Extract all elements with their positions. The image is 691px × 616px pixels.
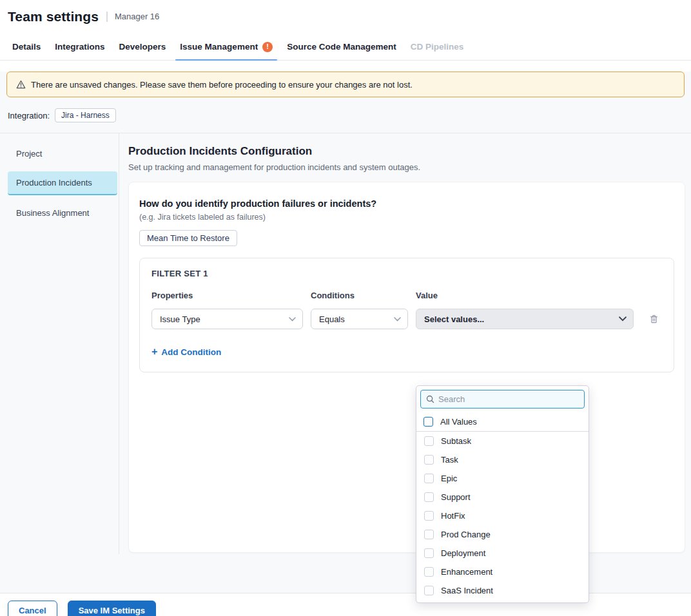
option-label: All Values xyxy=(440,417,477,427)
plus-icon: + xyxy=(151,347,157,357)
property-select-value: Issue Type xyxy=(160,314,200,324)
option-label: Deployment xyxy=(441,548,485,558)
search-icon xyxy=(426,395,434,403)
chevron-down-icon xyxy=(394,317,401,322)
metric-chip-mean-time-to-restore[interactable]: Mean Time to Restore xyxy=(139,230,237,246)
team-name: Manager 16 xyxy=(106,12,159,22)
option-customer-notification[interactable]: Customer Notification xyxy=(416,600,589,603)
option-label: SaaS Incident xyxy=(441,586,493,595)
main-panel: Production Incidents Configuration Set u… xyxy=(119,133,691,554)
add-condition-label: Add Condition xyxy=(161,347,221,357)
settings-sidebar: Project Production Incidents Business Al… xyxy=(0,133,119,554)
question-hint: (e.g. Jira tickets labeled as failures) xyxy=(139,213,674,222)
option-label: Epic xyxy=(441,474,457,483)
value-multiselect-trigger[interactable]: Select values... xyxy=(416,309,634,329)
option-label: Prod Change xyxy=(441,530,491,539)
checkbox[interactable] xyxy=(424,492,434,502)
option-subtask[interactable]: Subtask xyxy=(416,432,589,450)
tab-label: Integrations xyxy=(55,42,104,52)
content-area: There are unsaved changes. Please save t… xyxy=(0,72,691,593)
option-prod-change[interactable]: Prod Change xyxy=(416,525,589,544)
unsaved-warning-badge-icon: ! xyxy=(262,42,273,52)
search-input[interactable] xyxy=(438,394,579,404)
tab-label: CD Pipelines xyxy=(411,42,464,52)
column-header-conditions: Conditions xyxy=(311,291,416,300)
column-header-properties: Properties xyxy=(151,291,311,300)
option-deployment[interactable]: Deployment xyxy=(416,544,589,563)
delete-filter-button[interactable] xyxy=(647,312,661,326)
cancel-button[interactable]: Cancel xyxy=(8,601,57,616)
integration-row: Integration: Jira - Harness xyxy=(8,107,691,124)
checkbox[interactable] xyxy=(424,474,434,483)
option-label: HotFix xyxy=(441,511,465,521)
option-support[interactable]: Support xyxy=(416,488,589,506)
tab-developers[interactable]: Developers xyxy=(112,34,173,60)
option-epic[interactable]: Epic xyxy=(416,469,589,488)
condition-select[interactable]: Equals xyxy=(311,309,408,329)
option-saas-incident[interactable]: SaaS Incident xyxy=(416,581,589,600)
checkbox[interactable] xyxy=(424,511,434,521)
add-condition-button[interactable]: + Add Condition xyxy=(151,347,221,357)
sidebar-item-business-alignment[interactable]: Business Alignment xyxy=(8,202,117,224)
sidebar-item-production-incidents[interactable]: Production Incidents xyxy=(8,171,117,195)
tab-cd-pipelines: CD Pipelines xyxy=(404,34,471,60)
page-header: Team settings Manager 16 xyxy=(0,0,691,34)
incidents-config-card: How do you identify production failures … xyxy=(128,182,685,553)
option-label: Enhancement xyxy=(441,567,492,577)
filter-column-headers: Properties Conditions Value xyxy=(151,291,662,300)
checkbox[interactable] xyxy=(424,548,434,558)
banner-message: There are unsaved changes. Please save t… xyxy=(31,80,413,90)
filter-condition-row: Issue Type Equals xyxy=(151,309,662,329)
integration-chip[interactable]: Jira - Harness xyxy=(55,108,116,122)
tab-details[interactable]: Details xyxy=(5,34,48,60)
save-im-settings-button[interactable]: Save IM Settings xyxy=(68,601,156,616)
unsaved-changes-banner: There are unsaved changes. Please save t… xyxy=(6,72,685,97)
column-header-value: Value xyxy=(416,291,634,300)
tab-label: Developers xyxy=(119,42,166,52)
tab-label: Issue Management xyxy=(180,42,258,52)
tab-bar: Details Integrations Developers Issue Ma… xyxy=(0,34,691,61)
checkbox[interactable] xyxy=(424,436,434,446)
integration-label: Integration: xyxy=(8,111,50,120)
section-subtitle: Set up tracking and management for produ… xyxy=(128,162,686,172)
value-select-placeholder: Select values... xyxy=(424,314,484,324)
checkbox-all-values[interactable] xyxy=(423,417,433,427)
option-label: Support xyxy=(441,492,471,502)
tab-issue-management[interactable]: Issue Management ! xyxy=(173,34,280,60)
option-enhancement[interactable]: Enhancement xyxy=(416,563,589,581)
page-title: Team settings xyxy=(8,9,99,24)
tab-label: Source Code Management xyxy=(287,42,396,52)
tab-label: Details xyxy=(12,42,41,52)
option-all-values[interactable]: All Values xyxy=(416,412,589,432)
value-dropdown-panel: All Values Subtask Task Epic Support Hot… xyxy=(416,385,589,603)
option-task[interactable]: Task xyxy=(416,450,589,469)
section-title: Production Incidents Configuration xyxy=(128,145,686,158)
checkbox[interactable] xyxy=(424,586,434,595)
checkbox[interactable] xyxy=(424,455,434,465)
option-hotfix[interactable]: HotFix xyxy=(416,506,589,525)
chevron-down-icon xyxy=(289,317,296,322)
sidebar-item-project[interactable]: Project xyxy=(8,142,117,165)
option-label: Subtask xyxy=(441,436,471,446)
condition-select-value: Equals xyxy=(319,314,345,324)
filter-set-1: FILTER SET 1 Properties Conditions Value… xyxy=(139,258,674,372)
checkbox[interactable] xyxy=(424,530,434,539)
chevron-down-icon xyxy=(619,316,627,322)
dropdown-search xyxy=(420,390,585,409)
trash-icon xyxy=(648,314,659,325)
tab-integrations[interactable]: Integrations xyxy=(48,34,112,60)
team-settings-page: Team settings Manager 16 Details Integra… xyxy=(0,0,691,616)
question-heading: How do you identify production failures … xyxy=(139,198,674,209)
tab-source-code-management[interactable]: Source Code Management xyxy=(280,34,404,60)
property-select[interactable]: Issue Type xyxy=(151,309,303,329)
warning-triangle-icon xyxy=(16,80,26,89)
checkbox[interactable] xyxy=(424,567,434,577)
filter-set-title: FILTER SET 1 xyxy=(151,269,662,278)
option-label: Task xyxy=(441,455,458,465)
